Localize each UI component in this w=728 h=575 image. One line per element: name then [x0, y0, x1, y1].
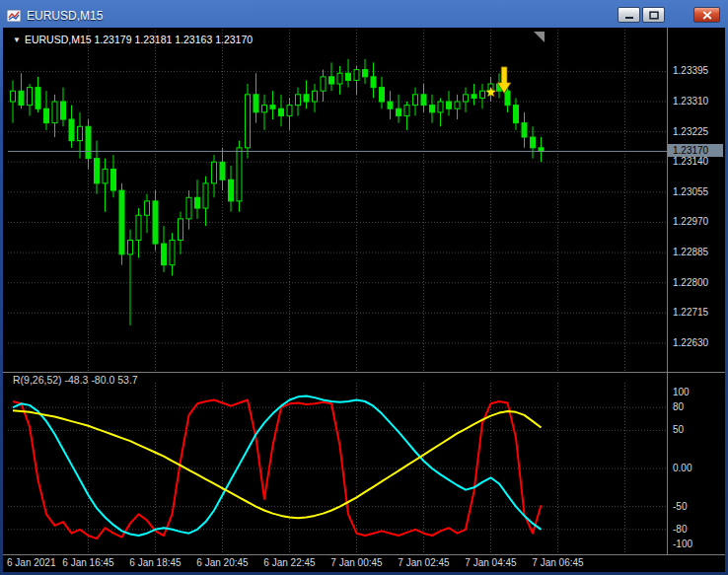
candlestick: [229, 166, 234, 212]
candlestick: [354, 66, 359, 95]
candlestick: [128, 230, 133, 325]
price-axis-label: 1.23055: [673, 186, 708, 198]
candlestick: [270, 91, 275, 119]
close-button[interactable]: [693, 7, 720, 23]
candlestick: [430, 95, 435, 123]
indicator-axis-label: 80: [673, 401, 684, 413]
candlestick: [438, 98, 443, 126]
price-axis-label: 1.22800: [673, 277, 708, 289]
price-axis-label: 1.23225: [673, 126, 708, 138]
candlestick: [61, 88, 66, 127]
candlestick: [522, 112, 527, 148]
candlestick: [397, 95, 401, 123]
price-axis-label: 1.22630: [673, 337, 708, 349]
collapse-arrow-icon[interactable]: ▼: [13, 36, 21, 44]
price-axis-label: 1.22970: [673, 216, 708, 228]
price-axis-label: 1.22885: [673, 247, 708, 258]
price-axis-label: 1.23140: [673, 156, 708, 168]
candlestick: [539, 137, 544, 162]
candlestick: [262, 95, 267, 130]
indicator-axis-label: -80: [673, 524, 687, 536]
indicator-axis-label: -50: [673, 501, 687, 513]
close-icon: [702, 11, 712, 20]
candlestick: [337, 66, 342, 95]
shift-marker-icon[interactable]: [534, 32, 545, 42]
candlestick: [195, 180, 200, 219]
candlestick: [287, 98, 292, 129]
chart-icon: [6, 8, 22, 24]
indicator-chart[interactable]: [8, 383, 667, 554]
candlestick: [388, 91, 393, 119]
minimize-icon: [624, 11, 634, 20]
candlestick: [404, 102, 409, 130]
indicator-axis-label: 50: [673, 424, 684, 436]
candlestick: [136, 208, 141, 257]
candlestick: [413, 88, 418, 116]
candlestick: [162, 226, 167, 272]
minimize-button[interactable]: [618, 7, 640, 23]
price-axis-label: 1.22715: [673, 307, 708, 319]
candlestick: [279, 95, 284, 126]
candlestick: [36, 77, 40, 112]
candlestick: [254, 73, 258, 122]
candlestick: [145, 194, 150, 234]
candlestick: [514, 98, 519, 129]
candlestick: [380, 77, 385, 108]
window: EURUSD,M15 ★ ▼EURUSD,M15 1.23179 1.23181…: [0, 0, 728, 575]
candlestick: [170, 233, 175, 275]
candlestick: [111, 155, 116, 197]
indicator-axis-label: 100: [673, 387, 690, 398]
window-controls: [616, 7, 720, 23]
candlestick: [52, 95, 57, 137]
candlestick: [86, 119, 91, 169]
indicator-axis-label: -100: [673, 539, 692, 550]
candlestick: [153, 190, 158, 251]
candlestick: [371, 62, 376, 98]
candlestick: [363, 59, 368, 84]
current-price-label: 1.23170: [668, 144, 723, 157]
candlestick: [321, 70, 326, 102]
titlebar[interactable]: EURUSD,M15: [3, 3, 725, 28]
candlestick: [212, 155, 217, 197]
candlestick: [19, 73, 24, 108]
candles: [11, 59, 545, 325]
ohlc-info: ▼EURUSD,M15 1.23179 1.23181 1.23163 1.23…: [13, 34, 253, 45]
candlestick: [119, 183, 124, 265]
price-chart[interactable]: ★: [8, 30, 667, 372]
candlestick: [346, 59, 351, 88]
star-icon: ★: [484, 84, 497, 100]
indicator-panel-separator[interactable]: [3, 372, 725, 373]
maximize-icon: [649, 11, 659, 20]
candlestick: [11, 80, 16, 122]
candlestick: [464, 88, 469, 112]
candlestick: [304, 80, 309, 108]
candlestick: [203, 177, 208, 226]
candlestick: [421, 84, 426, 112]
window-title: EURUSD,M15: [27, 9, 103, 23]
chart-client-area: ★ ▼EURUSD,M15 1.23179 1.23181 1.23163 1.…: [3, 28, 725, 572]
ohlc-text: EURUSD,M15 1.23179 1.23181 1.23163 1.231…: [25, 34, 253, 45]
r-fast-line: [13, 399, 542, 539]
candlestick: [455, 95, 460, 119]
candlestick: [179, 212, 183, 254]
candlestick: [69, 106, 74, 148]
candlestick: [28, 84, 33, 115]
candlestick: [95, 141, 100, 194]
candlestick: [103, 159, 108, 212]
candlestick: [447, 91, 452, 115]
indicator-axis-label: 0.00: [673, 463, 692, 474]
candlestick: [44, 91, 49, 130]
price-axis[interactable]: 1.233951.233101.232251.231401.230551.229…: [668, 28, 725, 554]
candlestick: [246, 84, 251, 159]
price-axis-label: 1.23310: [673, 96, 708, 108]
maximize-button[interactable]: [642, 7, 665, 23]
candlestick: [313, 84, 318, 112]
candlestick: [186, 190, 191, 230]
candlestick: [220, 148, 225, 190]
candlestick: [329, 62, 334, 91]
time-axis[interactable]: 6 Jan 20216 Jan 16:456 Jan 18:456 Jan 20…: [3, 555, 725, 572]
candlestick: [296, 88, 301, 116]
candlestick: [531, 126, 536, 158]
time-axis-label: 7 Jan 06:45: [519, 557, 598, 568]
price-axis-label: 1.23395: [673, 65, 708, 77]
